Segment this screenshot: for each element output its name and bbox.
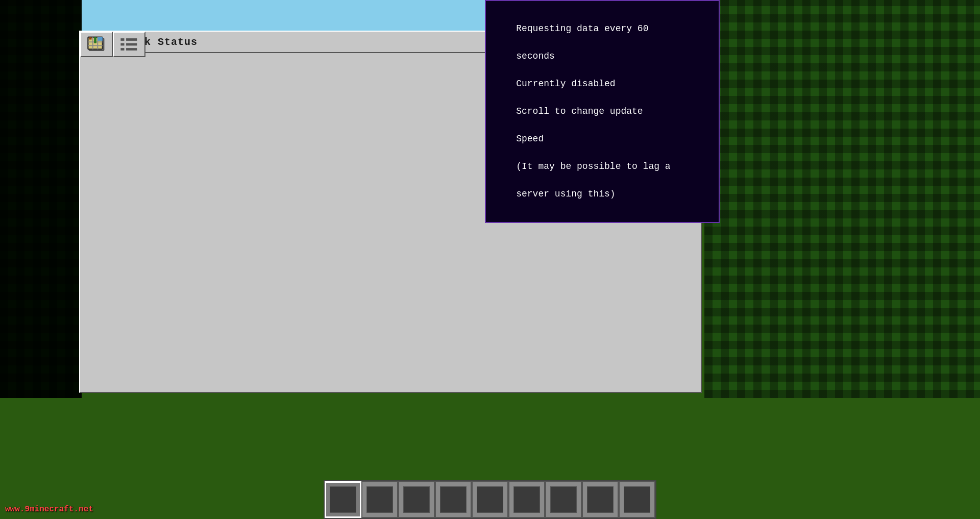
bg-foliage-right [704,0,980,398]
hotbar-slot-inner-3 [403,486,430,513]
svg-rect-8 [97,37,103,41]
hotbar-slot-6[interactable] [508,481,545,518]
svg-rect-12 [126,43,137,46]
hotbar [324,480,656,519]
list-button[interactable] [113,32,145,57]
top-icons [80,32,145,57]
tooltip-text: Requesting data every 60 seconds Current… [494,8,710,215]
tooltip-line3: Currently disabled [516,79,615,89]
svg-rect-14 [126,48,137,51]
svg-rect-10 [126,38,137,41]
list-icon [119,35,139,54]
tooltip-line1: Requesting data every 60 [516,23,648,34]
hotbar-slot-inner-6 [513,486,540,513]
tooltip-line2: seconds [516,51,555,61]
hotbar-slot-9[interactable] [619,481,655,518]
hotbar-slot-inner-4 [440,486,467,513]
tooltip-line7: server using this) [516,189,615,199]
hotbar-slot-inner-5 [477,486,503,513]
hotbar-slot-inner-8 [587,486,614,513]
hotbar-slot-1[interactable] [325,481,361,518]
map-icon [87,35,106,54]
hotbar-slot-inner-2 [366,486,393,513]
watermark-text: www.9minecraft.net [5,505,93,514]
tooltip-line6: (It may be possible to lag a [516,161,670,171]
hotbar-slot-3[interactable] [398,481,435,518]
bg-foliage-left [0,0,82,398]
svg-rect-9 [120,38,124,41]
hotbar-slot-2[interactable] [361,481,398,518]
svg-rect-6 [89,37,92,40]
hotbar-slot-4[interactable] [435,481,472,518]
watermark: www.9minecraft.net [5,505,93,514]
svg-rect-13 [120,48,124,51]
hotbar-slot-inner-7 [550,486,577,513]
hotbar-slot-7[interactable] [545,481,582,518]
tooltip-box: Requesting data every 60 seconds Current… [485,0,720,223]
svg-rect-7 [94,37,96,43]
svg-rect-11 [120,43,124,46]
hotbar-slot-8[interactable] [582,481,619,518]
hotbar-slot-inner-9 [624,486,650,513]
tooltip-line4: Scroll to change update [516,106,643,116]
hotbar-slot-5[interactable] [472,481,508,518]
tooltip-line5: Speed [516,134,544,144]
hotbar-slot-inner-1 [330,486,356,513]
map-button[interactable] [80,32,113,57]
